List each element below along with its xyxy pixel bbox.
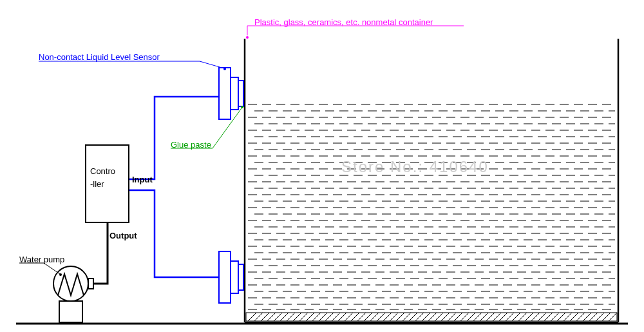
svg-line-15 (332, 313, 340, 321)
svg-line-49 (551, 313, 559, 321)
svg-line-28 (415, 313, 424, 321)
svg-line-52 (570, 313, 578, 321)
controller-label-2: -ller (90, 179, 104, 189)
svg-line-27 (409, 313, 417, 321)
svg-rect-97 (238, 264, 243, 290)
input-label: Input (132, 175, 153, 184)
svg-rect-95 (219, 251, 231, 303)
svg-line-37 (473, 313, 482, 321)
svg-line-46 (531, 313, 540, 321)
svg-line-43 (512, 313, 520, 321)
svg-line-10 (299, 313, 308, 321)
svg-line-20 (364, 313, 372, 321)
svg-line-41 (499, 313, 507, 321)
svg-line-18 (351, 313, 359, 321)
svg-line-40 (493, 313, 501, 321)
svg-line-13 (319, 313, 327, 321)
svg-line-50 (557, 313, 565, 321)
svg-point-103 (223, 68, 226, 70)
svg-line-24 (390, 313, 398, 321)
svg-line-34 (454, 313, 462, 321)
controller-label-1: Contro (90, 166, 115, 176)
svg-line-35 (460, 313, 469, 321)
svg-line-6 (274, 313, 282, 321)
svg-line-53 (576, 313, 585, 321)
svg-line-30 (428, 313, 437, 321)
svg-line-26 (402, 313, 411, 321)
svg-line-57 (602, 313, 611, 321)
svg-line-11 (306, 313, 314, 321)
svg-line-3 (254, 313, 263, 321)
svg-line-32 (441, 313, 450, 321)
svg-line-36 (467, 313, 475, 321)
svg-line-58 (609, 313, 617, 321)
svg-line-14 (325, 313, 334, 321)
output-label: Output (109, 231, 137, 240)
svg-rect-93 (231, 77, 238, 110)
svg-line-4 (261, 313, 269, 321)
svg-line-48 (544, 313, 553, 321)
svg-rect-100 (59, 301, 82, 322)
svg-line-7 (280, 313, 289, 321)
svg-line-55 (589, 313, 598, 321)
container-material-label: Plastic, glass, ceramics, etc. nonmetal … (254, 17, 433, 27)
svg-line-44 (518, 313, 527, 321)
svg-line-23 (383, 313, 392, 321)
svg-line-54 (583, 313, 591, 321)
svg-line-16 (338, 313, 346, 321)
svg-rect-96 (231, 261, 238, 293)
svg-line-8 (287, 313, 295, 321)
svg-point-105 (59, 273, 62, 276)
svg-rect-94 (238, 81, 243, 106)
svg-point-104 (241, 106, 243, 108)
svg-line-5 (267, 313, 276, 321)
sensor-label: Non-contact Liquid Level Sensor (39, 52, 160, 62)
svg-line-12 (312, 313, 321, 321)
svg-line-56 (596, 313, 604, 321)
svg-line-47 (538, 313, 546, 321)
svg-line-22 (377, 313, 385, 321)
svg-line-51 (564, 313, 572, 321)
svg-line-39 (486, 313, 495, 321)
water-pump-label: Water pump (19, 255, 64, 264)
svg-line-9 (293, 313, 301, 321)
watermark-text: Store No.: 410640 (341, 158, 489, 176)
svg-point-102 (246, 36, 249, 39)
svg-line-45 (525, 313, 533, 321)
svg-rect-92 (219, 68, 231, 119)
svg-line-33 (448, 313, 456, 321)
svg-line-38 (480, 313, 488, 321)
svg-line-17 (345, 313, 353, 321)
svg-line-2 (248, 313, 256, 321)
svg-line-21 (370, 313, 379, 321)
svg-line-25 (396, 313, 404, 321)
svg-line-31 (435, 313, 443, 321)
svg-line-42 (506, 313, 514, 321)
glue-paste-label: Glue paste (171, 140, 211, 150)
svg-line-19 (357, 313, 366, 321)
svg-rect-101 (88, 278, 93, 289)
svg-line-29 (422, 313, 430, 321)
